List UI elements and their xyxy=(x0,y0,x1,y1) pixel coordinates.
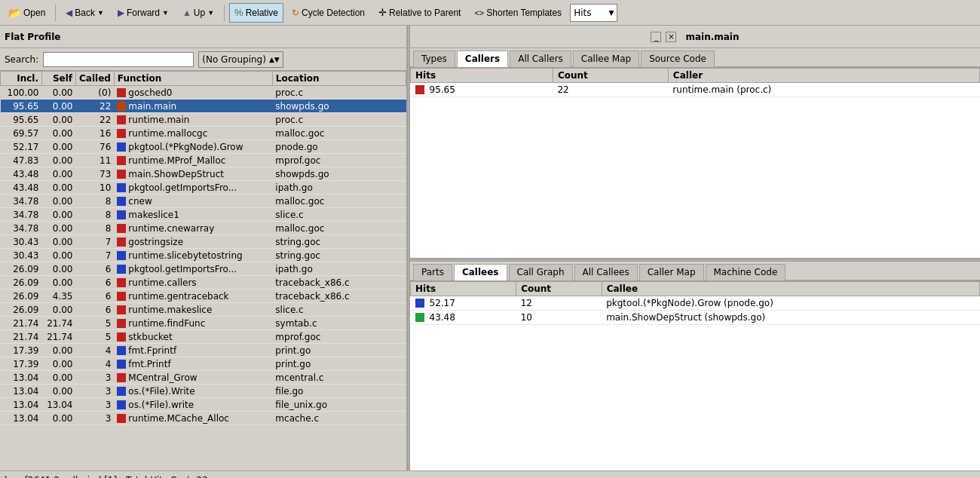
tab-parts[interactable]: Parts xyxy=(413,264,452,280)
table-row[interactable]: 95.65 0.00 22 runtime.main proc.c xyxy=(1,113,406,127)
col-incl[interactable]: Incl. xyxy=(1,72,42,86)
table-row[interactable]: 100.00 0.00 (0) gosched0 proc.c xyxy=(1,86,406,100)
forward-button[interactable]: ▶ Forward ▼ xyxy=(112,3,174,23)
table-row[interactable]: 26.09 4.35 6 runtime.gentraceback traceb… xyxy=(1,290,406,303)
cell-location: malloc.goc xyxy=(272,195,406,208)
col-self[interactable]: Self xyxy=(42,72,76,86)
up-arrow: ▼ xyxy=(207,9,214,17)
tab-callee-map[interactable]: Callee Map xyxy=(573,51,639,67)
cell-self: 0.00 xyxy=(42,140,76,154)
search-bar: Search: (No Grouping) ▲▼ xyxy=(0,48,406,71)
callees-table-wrap[interactable]: Hits Count Callee 52.17 12 pkgtool.(*Pkg… xyxy=(410,281,980,471)
table-row[interactable]: 26.09 0.00 6 runtime.callers traceback_x… xyxy=(1,276,406,290)
table-row[interactable]: 30.43 0.00 7 runtime.slicebytetostring s… xyxy=(1,249,406,262)
tab-callers[interactable]: Callers xyxy=(457,51,508,67)
table-row[interactable]: 34.78 0.00 8 cnew malloc.goc xyxy=(1,195,406,208)
table-row[interactable]: 17.39 0.00 4 fmt.Fprintf print.go xyxy=(1,344,406,357)
table-row[interactable]: 26.09 0.00 6 runtime.makeslice slice.c xyxy=(1,303,406,317)
fn-color-indicator xyxy=(117,183,126,192)
tab-callees[interactable]: Callees xyxy=(454,264,507,280)
relative-button[interactable]: % Relative xyxy=(229,3,283,23)
tab-caller-map[interactable]: Caller Map xyxy=(639,264,704,280)
tab-all-callees[interactable]: All Callees xyxy=(574,264,638,280)
table-row[interactable]: 13.04 0.00 3 runtime.MCache_Alloc mcache… xyxy=(1,412,406,425)
table-row[interactable]: 13.04 0.00 3 os.(*File).Write file.go xyxy=(1,385,406,398)
cell-incl: 52.17 xyxy=(1,140,42,154)
grouping-arrow: ▲▼ xyxy=(269,56,280,63)
table-row[interactable]: 47.83 0.00 11 runtime.MProf_Malloc mprof… xyxy=(1,154,406,167)
col-location[interactable]: Location xyxy=(272,72,406,86)
cell-location: print.go xyxy=(272,344,406,357)
col-function[interactable]: Function xyxy=(114,72,272,86)
search-input[interactable] xyxy=(43,52,194,67)
cell-function: runtime.cnewarray xyxy=(114,222,272,235)
shorten-button[interactable]: <> Shorten Templates xyxy=(469,3,567,23)
callers-col-caller[interactable]: Caller xyxy=(668,69,979,83)
table-row[interactable]: 34.78 0.00 8 makeslice1 slice.c xyxy=(1,208,406,222)
table-row[interactable]: 26.09 0.00 6 pkgtool.getImportsFro... ip… xyxy=(1,262,406,276)
hits-dropdown[interactable]: Hits ▼ xyxy=(570,4,617,22)
callees-col-count[interactable]: Count xyxy=(516,281,602,296)
cell-called: 8 xyxy=(76,208,115,222)
up-button[interactable]: ▲ Up ▼ xyxy=(177,3,219,23)
callers-col-hits[interactable]: Hits xyxy=(411,69,553,83)
callers-table-wrap[interactable]: Hits Count Caller 95.65 22 runtime.main … xyxy=(410,68,980,258)
cell-incl: 26.09 xyxy=(1,276,42,290)
callers-thead: Hits Count Caller xyxy=(411,69,980,83)
table-row[interactable]: 21.74 21.74 5 runtime.findFunc symtab.c xyxy=(1,317,406,330)
callees-row[interactable]: 52.17 12 pkgtool.(*PkgNode).Grow (pnode.… xyxy=(411,296,980,310)
tab-call-graph[interactable]: Call Graph xyxy=(509,264,573,280)
table-row[interactable]: 21.74 21.74 5 stkbucket mprof.goc xyxy=(1,330,406,344)
table-row[interactable]: 43.48 0.00 10 pkgtool.getImportsFro... i… xyxy=(1,181,406,195)
table-row[interactable]: 52.17 0.00 76 pkgtool.(*PkgNode).Grow pn… xyxy=(1,140,406,154)
table-row[interactable]: 95.65 0.00 22 main.main showpds.go xyxy=(1,100,406,113)
lower-right: PartsCalleesCall GraphAll CalleesCaller … xyxy=(410,262,980,471)
callers-table: Hits Count Caller 95.65 22 runtime.main … xyxy=(410,68,980,97)
right-panel: _ × main.main TypesCallersAll CallersCal… xyxy=(410,26,980,470)
sep2 xyxy=(224,5,225,21)
callees-col-hits[interactable]: Hits xyxy=(411,281,516,296)
table-row[interactable]: 13.04 13.04 3 os.(*File).write file_unix… xyxy=(1,398,406,412)
table-row[interactable]: 13.04 0.00 3 MCentral_Grow mcentral.c xyxy=(1,371,406,385)
cell-location: malloc.goc xyxy=(272,222,406,235)
grouping-dropdown[interactable]: (No Grouping) ▲▼ xyxy=(198,51,283,68)
table-row[interactable]: 30.43 0.00 7 gostringsize string.goc xyxy=(1,235,406,249)
table-row[interactable]: 43.48 0.00 73 main.ShowDepStruct showpds… xyxy=(1,167,406,181)
table-row[interactable]: 17.39 0.00 4 fmt.Printf print.go xyxy=(1,357,406,371)
tab-source-code[interactable]: Source Code xyxy=(641,51,715,67)
tab-all-callers[interactable]: All Callers xyxy=(510,51,571,67)
back-button[interactable]: ◀ Back ▼ xyxy=(60,3,109,23)
tab-types[interactable]: Types xyxy=(413,51,455,67)
cell-self: 0.00 xyxy=(42,357,76,371)
fn-color-indicator xyxy=(117,373,126,382)
fn-color-indicator xyxy=(117,360,126,369)
cell-incl: 17.39 xyxy=(1,344,42,357)
cell-called: 3 xyxy=(76,412,115,425)
rel-parent-button[interactable]: ✛ Relative to Parent xyxy=(373,3,466,23)
fn-color-indicator xyxy=(117,197,126,206)
col-called[interactable]: Called xyxy=(76,72,115,86)
table-row[interactable]: 69.57 0.00 16 runtime.mallocgc malloc.go… xyxy=(1,127,406,140)
upper-tab-bar: TypesCallersAll CallersCallee MapSource … xyxy=(410,48,980,68)
cell-called: 16 xyxy=(76,127,115,140)
cell-function: os.(*File).write xyxy=(114,398,272,412)
close-button[interactable]: × xyxy=(666,32,676,42)
cycle-button[interactable]: ↻ Cycle Detection xyxy=(286,3,370,23)
cell-location: traceback_x86.c xyxy=(272,276,406,290)
callees-row[interactable]: 43.48 10 main.ShowDepStruct (showpds.go) xyxy=(411,310,980,324)
right-panel-title: main.main xyxy=(685,32,739,42)
table-row[interactable]: 34.78 0.00 8 runtime.cnewarray malloc.go… xyxy=(1,222,406,235)
open-button[interactable]: 📂 Open xyxy=(3,3,51,23)
cell-function: runtime.MProf_Malloc xyxy=(114,154,272,167)
minimize-button[interactable]: _ xyxy=(651,32,661,42)
tab-machine-code[interactable]: Machine Code xyxy=(706,264,786,280)
callers-row[interactable]: 95.65 22 runtime.main (proc.c) xyxy=(411,83,980,97)
cell-called: 6 xyxy=(76,276,115,290)
flat-table[interactable]: Incl. Self Called Function Location 100.… xyxy=(0,71,406,470)
cell-function: runtime.makeslice xyxy=(114,303,272,317)
cell-self: 21.74 xyxy=(42,330,76,344)
callers-col-count[interactable]: Count xyxy=(553,69,668,83)
callees-col-callee[interactable]: Callee xyxy=(602,281,979,296)
cell-function: runtime.callers xyxy=(114,276,272,290)
cell-called: 3 xyxy=(76,371,115,385)
